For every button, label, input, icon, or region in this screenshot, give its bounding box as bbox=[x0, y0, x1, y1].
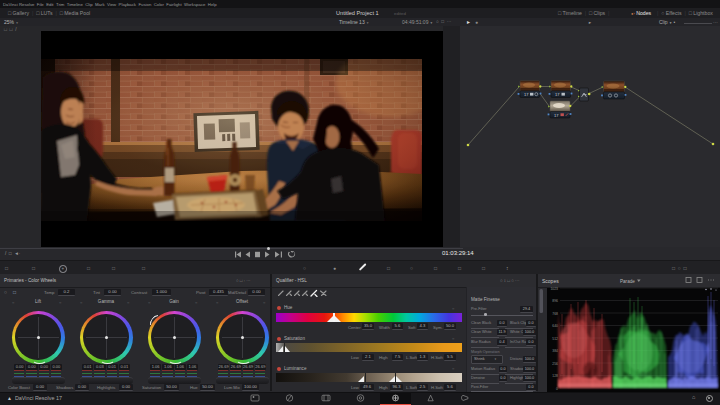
svg-text:768: 768 bbox=[552, 312, 558, 316]
svg-text:0: 0 bbox=[556, 387, 558, 391]
svg-text:17: 17 bbox=[555, 92, 560, 97]
svg-text:896: 896 bbox=[552, 299, 558, 303]
svg-text:Parade: Parade bbox=[620, 279, 635, 284]
svg-text:17: 17 bbox=[524, 92, 529, 97]
svg-text:256: 256 bbox=[552, 362, 558, 366]
svg-text:1023: 1023 bbox=[550, 287, 558, 291]
svg-text:384: 384 bbox=[552, 349, 558, 353]
svg-text:128: 128 bbox=[552, 374, 558, 378]
svg-text:Scopes: Scopes bbox=[542, 278, 559, 284]
svg-text:17: 17 bbox=[554, 113, 559, 118]
svg-text:640: 640 bbox=[552, 324, 558, 328]
svg-text:512: 512 bbox=[552, 337, 558, 341]
